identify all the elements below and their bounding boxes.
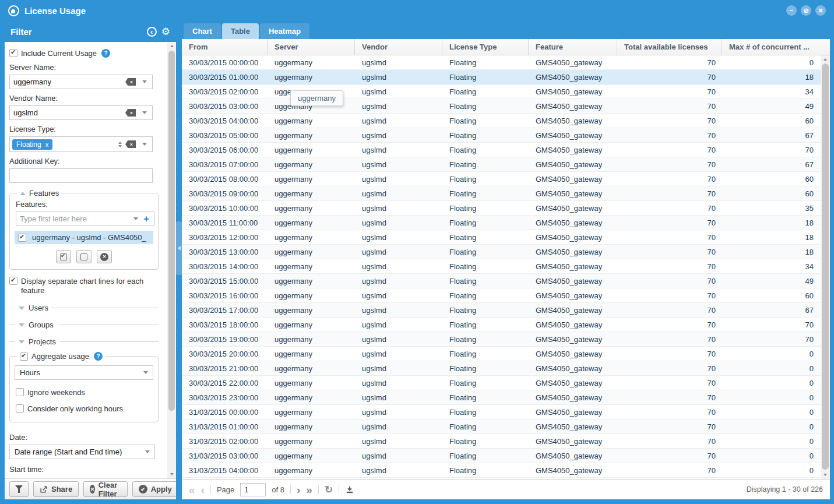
next-page-button[interactable]: › bbox=[297, 484, 300, 495]
chevron-down-icon[interactable] bbox=[139, 80, 150, 83]
clear-filter-button[interactable]: ✕ Clear Filter bbox=[83, 481, 128, 497]
table-row[interactable]: 30/03/2015 05:00:00uggermanyugslmdFloati… bbox=[182, 128, 830, 143]
table-row[interactable]: 30/03/2015 12:00:00uggermanyugslmdFloati… bbox=[182, 230, 830, 245]
share-button[interactable]: Share bbox=[33, 481, 79, 497]
clear-field-icon[interactable]: x bbox=[125, 109, 136, 117]
display-separate-checkbox[interactable] bbox=[9, 277, 17, 285]
clear-features-button[interactable]: ✕ bbox=[97, 250, 112, 263]
maximize-button[interactable]: ⊘ bbox=[801, 5, 811, 16]
license-type-tag[interactable]: Floating x bbox=[12, 139, 52, 150]
column-header-license-type[interactable]: License Type bbox=[442, 39, 529, 55]
table-row[interactable]: 30/03/2015 14:00:00uggermanyugslmdFloati… bbox=[182, 259, 830, 274]
scroll-down-icon[interactable] bbox=[821, 471, 830, 479]
date-mode-select[interactable]: Date range (Start and End time) bbox=[9, 445, 155, 459]
feature-list-item[interactable]: uggermany - ugslmd - GMS4050_ bbox=[15, 231, 153, 244]
filter-scrollbar[interactable] bbox=[167, 42, 176, 478]
table-row[interactable]: 30/03/2015 01:00:00uggermanyugslmdFloati… bbox=[182, 70, 830, 84]
apply-button[interactable]: ✔ Apply bbox=[132, 481, 178, 497]
page-number-input[interactable] bbox=[240, 483, 266, 496]
clear-field-icon[interactable]: x bbox=[125, 140, 136, 148]
section-groups[interactable]: Groups bbox=[9, 320, 159, 329]
chevron-down-icon[interactable] bbox=[131, 217, 141, 220]
download-button[interactable] bbox=[345, 485, 354, 494]
table-row[interactable]: 30/03/2015 07:00:00uggermanyugslmdFloati… bbox=[182, 157, 830, 172]
first-page-button[interactable]: « bbox=[189, 484, 195, 495]
aggregate-period-select[interactable]: Hours bbox=[15, 365, 153, 380]
table-row[interactable]: 30/03/2015 23:00:00uggermanyugslmdFloati… bbox=[182, 390, 830, 405]
filter-scrollbar-thumb[interactable] bbox=[168, 51, 175, 411]
table-row[interactable]: 30/03/2015 18:00:00uggermanyugslmdFloati… bbox=[182, 318, 830, 332]
table-row[interactable]: 31/03/2015 02:00:00uggermanyugslmdFloati… bbox=[182, 434, 830, 449]
aggregate-usage-checkbox[interactable] bbox=[20, 353, 28, 361]
cell-total-available: 70 bbox=[617, 332, 722, 346]
collapse-section-icon[interactable] bbox=[20, 192, 26, 195]
tab-heatmap[interactable]: Heatmap bbox=[260, 23, 309, 39]
close-button[interactable]: ✕ bbox=[815, 5, 826, 16]
scroll-up-icon[interactable] bbox=[167, 42, 176, 50]
remove-tag-icon[interactable]: x bbox=[45, 141, 49, 148]
table-row[interactable]: 30/03/2015 19:00:00uggermanyugslmdFloati… bbox=[182, 332, 830, 347]
feature-item-checkbox[interactable] bbox=[18, 234, 26, 242]
table-row[interactable]: 30/03/2015 09:00:00uggermanyugslmdFloati… bbox=[182, 186, 830, 201]
clear-field-icon[interactable]: x bbox=[125, 78, 136, 86]
table-row[interactable]: 30/03/2015 13:00:00uggermanyugslmdFloati… bbox=[182, 245, 830, 259]
refresh-button[interactable]: ↻ bbox=[325, 484, 333, 496]
filter-menu-button[interactable] bbox=[9, 481, 29, 497]
grid-scrollbar-thumb[interactable] bbox=[822, 64, 829, 470]
column-header-vendor[interactable]: Vendor bbox=[355, 39, 442, 55]
table-row[interactable]: 30/03/2015 15:00:00uggermanyugslmdFloati… bbox=[182, 274, 830, 288]
include-current-usage-checkbox[interactable] bbox=[9, 49, 17, 57]
table-row[interactable]: 30/03/2015 00:00:00uggermanyugslmdFloati… bbox=[182, 55, 830, 70]
column-header-feature[interactable]: Feature bbox=[529, 39, 617, 55]
working-hours-checkbox[interactable] bbox=[16, 404, 24, 413]
table-row[interactable]: 30/03/2015 17:00:00uggermanyugslmdFloati… bbox=[182, 303, 830, 318]
section-users[interactable]: Users bbox=[9, 304, 159, 312]
features-input[interactable] bbox=[16, 212, 131, 225]
table-row[interactable]: 31/03/2015 03:00:00uggermanyugslmdFloati… bbox=[182, 449, 830, 463]
collapse-handle[interactable] bbox=[176, 221, 182, 275]
column-header-from[interactable]: From bbox=[182, 39, 268, 55]
minimize-button[interactable]: − bbox=[786, 5, 797, 16]
scroll-up-icon[interactable] bbox=[821, 55, 830, 64]
cell-license-type: Floating bbox=[442, 274, 529, 288]
gear-icon[interactable]: ⚙ bbox=[161, 27, 170, 37]
tab-chart[interactable]: Chart bbox=[184, 23, 221, 39]
help-icon[interactable]: ? bbox=[101, 49, 110, 58]
vendor-name-input[interactable] bbox=[10, 106, 125, 119]
last-page-button[interactable]: » bbox=[306, 484, 312, 495]
table-row[interactable]: 30/03/2015 02:00:00uggermanyugslmdFloati… bbox=[182, 84, 830, 99]
collapse-panel-button[interactable]: ‹ bbox=[147, 27, 157, 37]
server-name-input[interactable] bbox=[10, 75, 125, 89]
additional-key-input[interactable] bbox=[10, 169, 152, 182]
table-row[interactable]: 30/03/2015 08:00:00uggermanyugslmdFloati… bbox=[182, 172, 830, 186]
scroll-down-icon[interactable] bbox=[167, 470, 176, 478]
prev-page-button[interactable]: ‹ bbox=[201, 484, 205, 495]
table-row[interactable]: 30/03/2015 06:00:00uggermanyugslmdFloati… bbox=[182, 143, 830, 157]
table-row[interactable]: 30/03/2015 04:00:00uggermanyugslmdFloati… bbox=[182, 114, 830, 128]
table-row[interactable]: 30/03/2015 21:00:00uggermanyugslmdFloati… bbox=[182, 361, 830, 376]
ignore-weekends-checkbox[interactable] bbox=[16, 388, 24, 396]
table-row[interactable]: 30/03/2015 11:00:00uggermanyugslmdFloati… bbox=[182, 216, 830, 230]
table-row[interactable]: 30/03/2015 10:00:00uggermanyugslmdFloati… bbox=[182, 201, 830, 216]
table-row[interactable]: 31/03/2015 00:00:00uggermanyugslmdFloati… bbox=[182, 405, 830, 420]
grid-scrollbar[interactable] bbox=[821, 55, 830, 479]
column-header-total-available[interactable]: Total available licenses bbox=[617, 39, 722, 55]
spinner-control[interactable] bbox=[118, 142, 122, 147]
column-header-server[interactable]: Server bbox=[268, 39, 355, 55]
table-row[interactable]: 30/03/2015 20:00:00uggermanyugslmdFloati… bbox=[182, 347, 830, 361]
add-feature-icon[interactable]: + bbox=[143, 213, 149, 225]
tab-table[interactable]: Table bbox=[222, 23, 259, 39]
column-header-max-concurrent[interactable]: Max # of concurrent ... bbox=[722, 39, 830, 55]
table-row[interactable]: 31/03/2015 01:00:00uggermanyugslmdFloati… bbox=[182, 420, 830, 434]
help-icon[interactable]: ? bbox=[94, 352, 103, 361]
chevron-down-icon[interactable] bbox=[139, 143, 150, 146]
table-row[interactable]: 30/03/2015 22:00:00uggermanyugslmdFloati… bbox=[182, 376, 830, 390]
table-row[interactable]: 30/03/2015 03:00:00uggermanyugslmdFloati… bbox=[182, 99, 830, 114]
select-all-features-button[interactable] bbox=[56, 250, 71, 263]
table-row[interactable]: 31/03/2015 04:00:00uggermanyugslmdFloati… bbox=[182, 463, 830, 478]
panel-splitter[interactable] bbox=[176, 21, 182, 499]
deselect-all-features-button[interactable] bbox=[76, 250, 92, 263]
section-projects[interactable]: Projects bbox=[9, 337, 159, 346]
chevron-down-icon[interactable] bbox=[139, 111, 150, 114]
table-row[interactable]: 30/03/2015 16:00:00uggermanyugslmdFloati… bbox=[182, 288, 830, 303]
